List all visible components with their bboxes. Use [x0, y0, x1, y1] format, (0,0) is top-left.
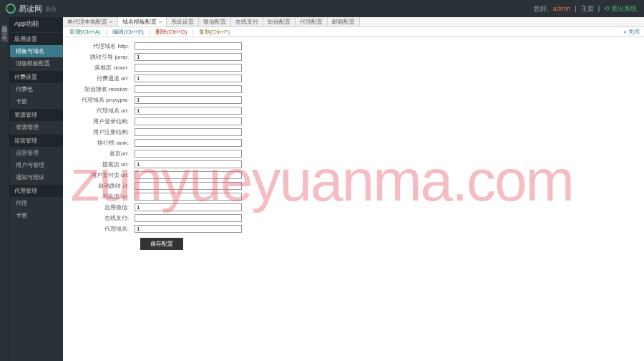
sidebar-item[interactable]: 卡密 — [10, 95, 63, 107]
text-input[interactable] — [135, 203, 242, 211]
tab-bar: 单代理本地配置×域名模板配置×系统设置微信配置在线支付短信配置代理配置邮箱配置 — [63, 17, 644, 27]
field-label: 用户登录结构: — [70, 117, 135, 125]
tab[interactable]: 短信配置 — [263, 17, 296, 27]
add-button[interactable]: 新增(Ctrl+A) — [67, 28, 103, 36]
tab[interactable]: 系统设置 — [167, 17, 199, 27]
form-row: 落地页 down: — [70, 63, 637, 72]
form-row: 短信接收 receive: — [70, 85, 637, 94]
field-label: 付费通道 url: — [70, 74, 135, 82]
form-row: 自动跳转 cf: — [70, 181, 637, 191]
tab[interactable]: 微信配置 — [199, 17, 231, 27]
text-input[interactable] — [135, 64, 242, 72]
form-row: 付费通道 url: — [70, 74, 637, 83]
form-row: 代理域名 url: — [70, 106, 637, 115]
field-label: 排行榜 rank: — [70, 139, 135, 147]
field-label: 列表页 url: — [70, 193, 135, 201]
close-icon[interactable]: × — [109, 19, 113, 25]
logo-icon — [6, 4, 16, 14]
text-input[interactable] — [135, 107, 242, 115]
sidebar-item[interactable]: 资源管理 — [10, 121, 63, 133]
form-row: 用户登录结构: — [70, 117, 637, 126]
logo-text: 易读网 — [19, 4, 42, 14]
logo: 易读网 后台 — [0, 4, 62, 14]
text-input[interactable] — [135, 225, 242, 233]
sidebar-group[interactable]: 代理管理 — [10, 185, 63, 197]
form-row: 用户支付页 url: — [70, 170, 637, 180]
text-input[interactable] — [135, 53, 242, 61]
form-row: 启用微信: — [70, 203, 637, 212]
form-row: 代理域名: — [70, 224, 637, 234]
text-input[interactable] — [135, 150, 242, 158]
sidebar-item[interactable]: 模板与域名 — [10, 45, 63, 57]
field-label: 代理域名 url: — [70, 107, 135, 115]
text-input[interactable] — [135, 193, 242, 201]
main: 单代理本地配置×域名模板配置×系统设置微信配置在线支付短信配置代理配置邮箱配置 … — [63, 17, 644, 361]
delete-button[interactable]: 删除(Ctrl+D) — [153, 28, 189, 36]
sidebar-item[interactable]: 卡密 — [10, 209, 63, 221]
form-row: 在线支付: — [70, 213, 637, 223]
field-label: 启用微信: — [70, 203, 135, 211]
sidebar-item[interactable]: 代理 — [10, 197, 63, 209]
field-label: 代理域名 http: — [70, 42, 135, 50]
text-input[interactable] — [135, 214, 242, 222]
sidebar-item[interactable]: 旧版模板配置 — [10, 57, 63, 69]
field-label: 用户支付页 url: — [70, 171, 135, 179]
field-label: 搜索页 url: — [70, 160, 135, 168]
sidebar-group[interactable]: 运营管理 — [10, 135, 63, 147]
sidebar-group[interactable]: 资源管理 — [10, 109, 63, 121]
sidebar-group[interactable]: 付费设置 — [10, 71, 63, 83]
sidebar-head: App功能 — [10, 17, 63, 32]
text-input[interactable] — [135, 128, 242, 136]
text-input[interactable] — [135, 85, 242, 93]
form-row: 代理域名 http: — [70, 42, 637, 51]
field-label: 代理域名 proxypw: — [70, 96, 135, 104]
tab[interactable]: 邮箱配置 — [328, 17, 360, 27]
rail-item[interactable]: 系统 — [0, 29, 9, 30]
tab[interactable]: 单代理本地配置× — [63, 17, 118, 27]
field-label: 用户注册结构: — [70, 128, 135, 136]
form-row: 代理域名 proxypw: — [70, 95, 637, 105]
field-label: 首页url: — [70, 150, 135, 158]
tab[interactable]: 在线支付 — [231, 17, 263, 27]
sidebar-item[interactable]: 通知与投诉 — [10, 171, 63, 183]
tab[interactable]: 域名模板配置× — [118, 17, 167, 27]
sidebar-item[interactable]: 运营管理 — [10, 147, 63, 159]
text-input[interactable] — [135, 117, 242, 125]
text-input[interactable] — [135, 160, 242, 168]
close-panel[interactable]: × 关闭 — [623, 28, 640, 36]
text-input[interactable] — [135, 182, 242, 190]
text-input[interactable] — [135, 139, 242, 147]
tab[interactable]: 代理配置 — [296, 17, 328, 27]
submit-button[interactable]: 保存配置 — [140, 238, 183, 250]
home-link[interactable]: 主页 — [581, 4, 594, 14]
form-row: 用户注册结构: — [70, 127, 637, 137]
close-icon[interactable]: × — [159, 19, 162, 25]
form-row: 搜索页 url: — [70, 160, 637, 169]
text-input[interactable] — [135, 171, 242, 179]
text-input[interactable] — [135, 74, 242, 82]
field-label: 跳转引导 jump: — [70, 53, 135, 61]
exit-link[interactable]: 退出系统 — [604, 4, 637, 14]
form-row: 列表页 url: — [70, 192, 637, 201]
username[interactable]: admin — [553, 5, 571, 12]
header-right: 您好, admin | 主页 | 退出系统 — [534, 4, 644, 14]
form-row: 首页url: — [70, 149, 637, 158]
sidebar-group[interactable]: 应用设置 — [10, 33, 63, 45]
text-input[interactable] — [135, 96, 242, 104]
edit-button[interactable]: 编辑(Ctrl+E) — [110, 28, 146, 36]
greeting: 您好, — [534, 4, 549, 14]
copy-button[interactable]: 复制(Ctrl+F) — [197, 28, 232, 36]
form-row: 跳转引导 jump: — [70, 52, 637, 62]
sidebar: App功能 应用设置模板与域名旧版模板配置付费设置付费包卡密资源管理资源管理运营… — [10, 17, 63, 361]
sidebar-item[interactable]: 付费包 — [10, 83, 63, 95]
action-bar: 新增(Ctrl+A) | 编辑(Ctrl+E) | 删除(Ctrl+D) | 复… — [63, 27, 644, 37]
form-area: 代理域名 http:跳转引导 jump:落地页 down:付费通道 url:短信… — [63, 37, 644, 361]
field-label: 在线支付: — [70, 214, 135, 222]
logo-suffix: 后台 — [45, 5, 57, 13]
field-label: 短信接收 receive: — [70, 85, 135, 93]
icon-rail: 菜单导航 系统 — [0, 17, 10, 361]
sidebar-item[interactable]: 用户与管理 — [10, 159, 63, 171]
rail-item[interactable]: 菜单导航 — [0, 20, 9, 23]
form-row: 排行榜 rank: — [70, 138, 637, 148]
text-input[interactable] — [135, 42, 242, 50]
